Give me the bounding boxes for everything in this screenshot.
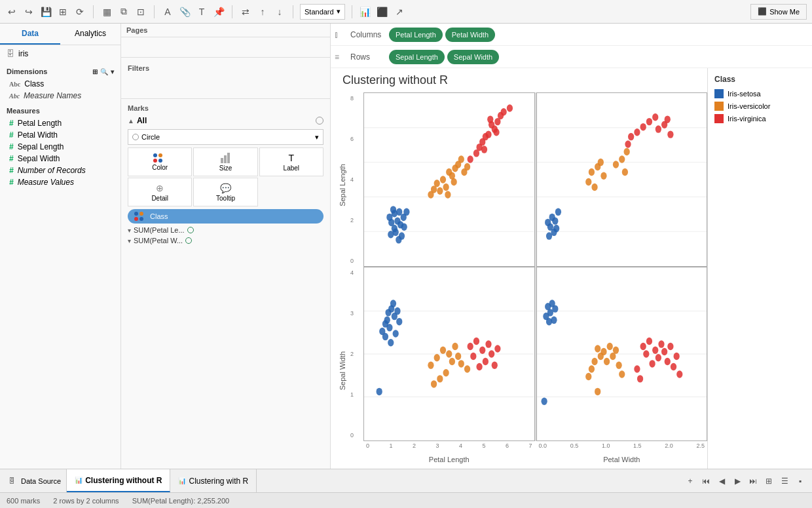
marks-size-button[interactable]: Size: [193, 147, 257, 176]
tab-data[interactable]: Data: [0, 24, 60, 45]
measure-sepal-width[interactable]: # Sepal Width: [0, 153, 120, 165]
petal-length-pill[interactable]: Petal Length: [389, 28, 443, 42]
sum-petal-width-label[interactable]: SUM(Petal W...: [134, 237, 183, 244]
duplicate-icon[interactable]: ⧉: [117, 5, 130, 18]
middle-panel: Pages Filters Marks ▲ All Circle ▾: [121, 24, 331, 469]
marks-tooltip-button[interactable]: 💬 Tooltip: [193, 178, 257, 206]
film-icon[interactable]: ▪: [794, 475, 807, 488]
chart-type-icon[interactable]: 📊: [359, 5, 372, 18]
legend-setosa[interactable]: Iris-setosa: [714, 89, 805, 98]
measure-num-records-label: Number of Records: [18, 166, 86, 175]
x-tick-1: 1: [389, 442, 392, 454]
datasource-row[interactable]: 🗄 iris: [0, 45, 120, 62]
show-me-button[interactable]: ⬛ Show Me: [750, 4, 807, 20]
legend-versicolor[interactable]: Iris-versicolor: [714, 102, 805, 111]
x-tick-0: 0: [366, 442, 369, 454]
sort-desc-icon[interactable]: ↓: [273, 5, 286, 18]
sepal-length-pill[interactable]: Sepal Length: [389, 50, 445, 64]
add-icon[interactable]: ⊞: [56, 5, 69, 18]
tab-clustering-without-r[interactable]: 📊 Clustering without R: [67, 469, 170, 492]
measure-petal-width[interactable]: # Petal Width: [0, 129, 120, 141]
x-tick-05: 0.5: [570, 442, 579, 454]
sheet-icon1: 📊: [75, 477, 83, 484]
bar-chart-icon[interactable]: ▦: [100, 5, 113, 18]
dimensions-header: Dimensions ⊞ 🔍 ▾: [0, 62, 120, 78]
measure-sepal-length[interactable]: # Sepal Length: [0, 141, 120, 153]
sum-petal-length-label[interactable]: SUM(Petal Le...: [134, 226, 185, 234]
hash-icon4: #: [9, 154, 14, 163]
y-tick-1: 1: [350, 391, 362, 398]
petal-width-pill[interactable]: Petal Width: [445, 28, 495, 42]
class-pill[interactable]: Class: [128, 209, 323, 224]
measures-label: Measures: [7, 107, 40, 115]
measure-petal-length[interactable]: # Petal Length: [0, 117, 120, 129]
save-icon[interactable]: 💾: [39, 5, 52, 18]
undo-icon[interactable]: ↩: [5, 5, 18, 18]
pin-icon[interactable]: 📌: [212, 5, 225, 18]
nav-next-icon[interactable]: ▶: [731, 475, 744, 488]
size-label: Size: [219, 165, 232, 172]
row-label-bottom: Sepal Width: [336, 278, 349, 463]
swap-icon[interactable]: ⇄: [239, 5, 252, 18]
standard-dropdown[interactable]: Standard ▾: [300, 4, 345, 20]
nav-last-icon[interactable]: ⏭: [747, 475, 760, 488]
svg-point-19: [440, 176, 446, 183]
sepal-width-pill[interactable]: Sepal Width: [447, 50, 499, 64]
svg-point-47: [481, 146, 487, 153]
row-axis-labels: Sepal Length Sepal Width: [336, 92, 349, 463]
marks-type-dropdown[interactable]: Circle ▾: [128, 129, 323, 145]
x-tick-6: 6: [506, 442, 509, 454]
bottom-right-icons: + ⏮ ◀ ▶ ⏭ ⊞ ☰ ▪: [678, 475, 812, 488]
svg-point-78: [623, 148, 629, 155]
text-icon[interactable]: T: [195, 5, 208, 18]
grid-icon[interactable]: ⊞: [92, 68, 98, 75]
svg-point-31: [428, 191, 434, 198]
filters-section: Filters: [121, 57, 330, 98]
marks-detail-button[interactable]: ⊕ Detail: [128, 178, 192, 206]
grid-view-icon[interactable]: ⊞: [762, 475, 775, 488]
measure-num-records[interactable]: # Number of Records: [0, 165, 120, 176]
present-icon[interactable]: ⬛: [376, 5, 389, 18]
svg-point-90: [390, 300, 396, 307]
svg-point-54: [552, 217, 558, 224]
marks-label-button[interactable]: T Label: [259, 147, 323, 176]
tab-clustering-with-r[interactable]: 📊 Clustering with R: [170, 469, 257, 492]
svg-point-146: [652, 347, 658, 354]
nav-first-icon[interactable]: ⏮: [699, 475, 712, 488]
y-tick-4b: 4: [350, 269, 362, 276]
refresh-icon[interactable]: ⟳: [73, 5, 86, 18]
forward-icon[interactable]: ↪: [22, 5, 35, 18]
sort-asc-icon[interactable]: ↑: [256, 5, 269, 18]
color-dots: [153, 153, 166, 163]
x-tick-7: 7: [528, 442, 532, 454]
annotate-icon[interactable]: 📎: [178, 5, 191, 18]
new-sheet-icon[interactable]: +: [684, 475, 697, 488]
lasso-icon[interactable]: ⊡: [134, 5, 147, 18]
svg-point-70: [646, 118, 652, 125]
dimension-measure-names[interactable]: Abc Measure Names: [0, 90, 120, 102]
share-icon[interactable]: ↗: [393, 5, 406, 18]
more-icon[interactable]: ▾: [111, 68, 114, 75]
svg-point-18: [401, 224, 407, 231]
x-tick-4: 4: [459, 442, 462, 454]
nav-prev-icon[interactable]: ◀: [715, 475, 728, 488]
show-me-label: Show Me: [769, 8, 800, 16]
dimension-class[interactable]: Abc Class: [0, 78, 120, 90]
measure-values[interactable]: # Measure Values: [0, 176, 120, 188]
highlight-icon[interactable]: A: [161, 5, 174, 18]
svg-point-135: [603, 358, 609, 365]
svg-point-75: [667, 130, 673, 138]
svg-point-77: [619, 155, 625, 163]
list-view-icon[interactable]: ☰: [778, 475, 791, 488]
legend-virginica[interactable]: Iris-virginica: [714, 114, 805, 123]
main-layout: Data Analytics 🗄 iris Dimensions ⊞ 🔍 ▾ A…: [0, 24, 812, 469]
search-icon[interactable]: 🔍: [100, 68, 108, 75]
green-circle2: [185, 237, 192, 244]
svg-point-43: [501, 108, 507, 115]
tab-analytics[interactable]: Analytics: [60, 24, 120, 45]
data-source-label[interactable]: Data Source: [21, 477, 61, 485]
svg-point-110: [468, 343, 473, 350]
marks-color-button[interactable]: Color: [128, 147, 192, 176]
svg-point-17: [388, 231, 394, 238]
status-bar: 600 marks 2 rows by 2 columns SUM(Petal …: [0, 492, 812, 508]
